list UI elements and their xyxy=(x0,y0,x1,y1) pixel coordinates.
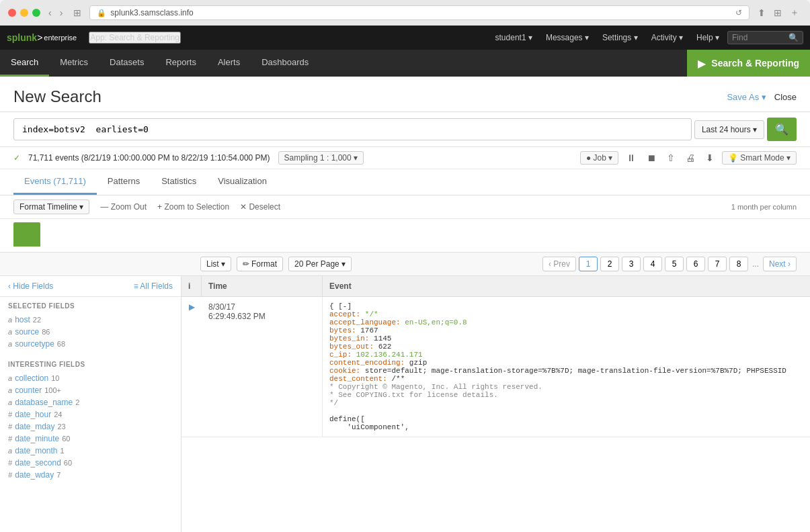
selected-fields-section: SELECTED FIELDS a host 22 a source 86 a … xyxy=(0,297,181,355)
event-line-content-enc: content_encoding: gzip xyxy=(329,359,803,367)
find-input[interactable] xyxy=(732,33,786,42)
save-as-btn[interactable]: Save As ▾ xyxy=(727,92,766,102)
smart-mode-label: Smart Mode ▾ xyxy=(740,153,791,163)
forward-btn[interactable]: › xyxy=(57,7,66,18)
smart-mode-btn[interactable]: 💡 Smart Mode ▾ xyxy=(722,151,797,165)
nav-item-search[interactable]: Search xyxy=(0,50,49,77)
event-line-define: define([ xyxy=(329,415,803,423)
app-name-btn[interactable]: App: Search & Reporting xyxy=(89,32,181,44)
field-counter-link[interactable]: counter xyxy=(15,386,42,395)
event-line-accept: accept: */* xyxy=(329,310,803,318)
prev-page-btn[interactable]: ‹ Prev xyxy=(542,257,576,271)
nav-item-metrics[interactable]: Metrics xyxy=(49,50,99,77)
next-page-btn[interactable]: Next › xyxy=(763,257,797,271)
enterprise-label: enterprise xyxy=(44,34,77,42)
field-date-minute-link[interactable]: date_minute xyxy=(15,434,59,443)
maximize-window-btn[interactable] xyxy=(32,9,40,17)
tab-events[interactable]: Events (71,711) xyxy=(13,169,97,195)
stop-btn[interactable]: ⏹ xyxy=(644,151,659,165)
field-host-link[interactable]: host xyxy=(15,315,30,324)
page-header-actions: Save As ▾ Close xyxy=(727,92,797,102)
field-collection-link[interactable]: collection xyxy=(15,373,48,383)
page-1-btn[interactable]: 1 xyxy=(579,257,598,271)
event-line-cookie: cookie: store=default; mage-translation-… xyxy=(329,367,803,375)
page-2-btn[interactable]: 2 xyxy=(600,257,619,271)
tab-patterns[interactable]: Patterns xyxy=(97,169,151,195)
messages-btn[interactable]: Messages ▾ xyxy=(540,30,594,45)
per-page-btn[interactable]: 20 Per Page ▾ xyxy=(288,257,352,271)
format-timeline-btn[interactable]: Format Timeline ▾ xyxy=(13,200,89,214)
reload-icon[interactable]: ↺ xyxy=(735,8,742,17)
zoom-selection-btn[interactable]: + Zoom to Selection xyxy=(157,202,229,212)
list-btn[interactable]: List ▾ xyxy=(200,257,231,271)
interesting-fields-title: INTERESTING FIELDS xyxy=(8,361,173,368)
back-btn[interactable]: ‹ xyxy=(46,7,54,18)
field-date-second: # date_second 60 xyxy=(8,457,173,469)
user-btn[interactable]: student1 ▾ xyxy=(490,30,538,45)
header-info: i xyxy=(181,276,202,296)
share-btn[interactable]: ⬆ xyxy=(755,7,768,19)
format-btn[interactable]: ✏ Format xyxy=(237,257,283,271)
address-bar[interactable]: 🔒 splunk3.samsclass.info ↺ xyxy=(89,5,750,20)
search-submit-btn[interactable]: 🔍 xyxy=(767,118,797,141)
nav-item-reports[interactable]: Reports xyxy=(155,50,207,77)
field-date-mday-link[interactable]: date_mday xyxy=(15,422,54,431)
sampling-btn[interactable]: Sampling 1 : 1,000 ▾ xyxy=(278,151,364,165)
share-results-btn[interactable]: ⇧ xyxy=(664,151,678,165)
all-fields-btn[interactable]: ≡ All Fields xyxy=(134,281,173,291)
hide-fields-btn[interactable]: ‹ Hide Fields xyxy=(8,281,53,291)
window-controls xyxy=(8,9,40,17)
new-tab-btn[interactable]: ⊞ xyxy=(771,7,784,19)
page-6-btn[interactable]: 6 xyxy=(686,257,705,271)
field-date-month-link[interactable]: date_month xyxy=(15,446,57,455)
field-date-wday-link[interactable]: date_wday xyxy=(15,470,54,480)
page-3-btn[interactable]: 3 xyxy=(622,257,641,271)
tab-visualization[interactable]: Visualization xyxy=(207,169,278,195)
download-btn[interactable]: ⬇ xyxy=(703,151,717,165)
timeline-controls: Format Timeline ▾ — Zoom Out + Zoom to S… xyxy=(0,195,810,219)
nav-item-datasets[interactable]: Datasets xyxy=(99,50,155,77)
field-host: a host 22 xyxy=(8,314,173,326)
field-counter-count: 100+ xyxy=(44,386,61,394)
print-btn[interactable]: 🖨 xyxy=(683,151,698,165)
page-5-btn[interactable]: 5 xyxy=(665,257,684,271)
time-picker-btn[interactable]: Last 24 hours ▾ xyxy=(694,120,764,139)
page-ellipsis: ... xyxy=(751,259,760,269)
field-database-name-link[interactable]: database_name xyxy=(15,398,73,407)
field-date-second-link[interactable]: date_second xyxy=(15,458,61,468)
nav-item-alerts[interactable]: Alerts xyxy=(207,50,251,77)
minimize-window-btn[interactable] xyxy=(20,9,28,17)
field-source-link[interactable]: source xyxy=(15,327,39,337)
field-date-hour-count: 24 xyxy=(54,410,62,418)
expand-btn[interactable]: ▶ xyxy=(181,297,202,437)
page-4-btn[interactable]: 4 xyxy=(643,257,662,271)
field-date-month-count: 1 xyxy=(60,447,65,455)
help-btn[interactable]: Help ▾ xyxy=(691,30,725,45)
window-resize-btn[interactable]: ⊞ xyxy=(71,7,84,18)
field-source-type: a xyxy=(8,328,12,336)
tab-statistics[interactable]: Statistics xyxy=(151,169,207,195)
smartbulb-icon: 💡 xyxy=(728,153,738,163)
topbar-right: student1 ▾ Messages ▾ Settings ▾ Activit… xyxy=(490,30,803,45)
close-btn[interactable]: Close xyxy=(774,92,797,102)
field-counter: a counter 100+ xyxy=(8,384,173,396)
selected-fields-title: SELECTED FIELDS xyxy=(8,302,173,310)
settings-btn[interactable]: Settings ▾ xyxy=(597,30,643,45)
pause-btn[interactable]: ⏸ xyxy=(624,151,639,165)
tab-visualization-label: Visualization xyxy=(218,176,267,186)
page-8-btn[interactable]: 8 xyxy=(729,257,748,271)
close-window-btn[interactable] xyxy=(8,9,16,17)
page-7-btn[interactable]: 7 xyxy=(708,257,727,271)
results-right: ● Job ▾ ⏸ ⏹ ⇧ 🖨 ⬇ 💡 Smart Mode ▾ xyxy=(580,151,797,165)
activity-btn[interactable]: Activity ▾ xyxy=(646,30,688,45)
field-date-hour-link[interactable]: date_hour xyxy=(15,410,51,419)
job-btn[interactable]: ● Job ▾ xyxy=(580,151,618,165)
deselect-btn[interactable]: ✕ Deselect xyxy=(240,202,280,212)
find-icon: 🔍 xyxy=(788,33,799,42)
search-input[interactable] xyxy=(13,118,692,140)
add-btn[interactable]: ＋ xyxy=(787,7,802,19)
nav-item-dashboards[interactable]: Dashboards xyxy=(251,50,319,77)
zoom-out-btn[interactable]: — Zoom Out xyxy=(100,202,147,212)
field-sourcetype-link[interactable]: sourcetype xyxy=(15,339,54,349)
pagination-bar: List ▾ ✏ Format 20 Per Page ▾ ‹ Prev 1 2… xyxy=(0,253,810,276)
